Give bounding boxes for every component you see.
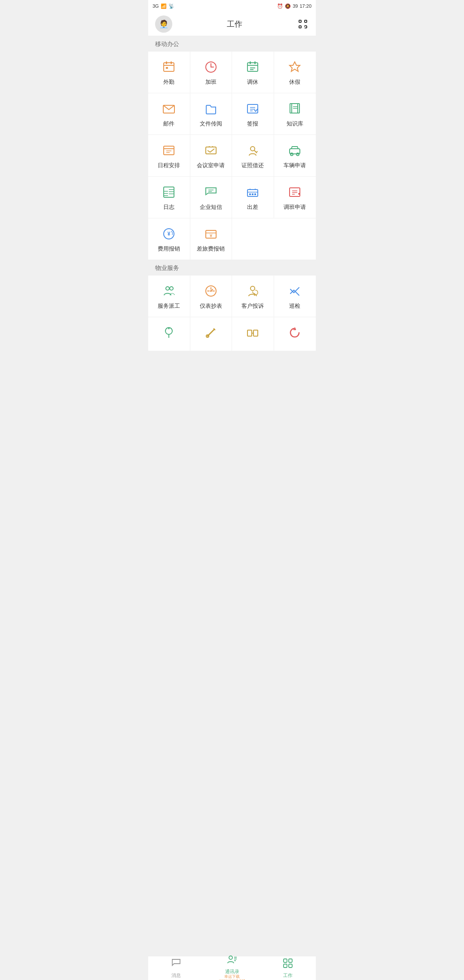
youjian-icon [161, 101, 177, 116]
svg-rect-0 [299, 20, 301, 22]
chuchai-icon [245, 184, 260, 200]
property-grid-row-1: 服务派工 仪表抄表 [148, 276, 316, 317]
svg-rect-35 [206, 147, 216, 154]
property-grid: 服务派工 仪表抄表 [148, 276, 316, 351]
richeng-icon [161, 143, 177, 158]
item-xiujia[interactable]: 休假 [274, 52, 316, 93]
fuwupaigong-label: 服务派工 [158, 302, 180, 310]
svg-point-79 [250, 286, 255, 291]
item-weixiu[interactable] [190, 317, 232, 351]
svg-rect-31 [164, 146, 174, 155]
page-title: 工作 [227, 19, 242, 29]
cheliang-label: 车辆申请 [284, 162, 306, 169]
zhishiku-icon [287, 101, 302, 116]
wenjian-icon [203, 101, 219, 116]
zhishiku-label: 知识库 [287, 120, 303, 128]
svg-rect-11 [166, 67, 168, 69]
alarm-icon: ⏰ [277, 3, 283, 9]
svg-text:¥: ¥ [209, 233, 213, 238]
diaobanshenqing-label: 调班申请 [284, 203, 306, 211]
grid-row-2: 邮件 文件传阅 [148, 93, 316, 135]
item-kehutouyou[interactable]: 客户投诉 [232, 276, 274, 317]
item-youjian[interactable]: 邮件 [148, 93, 190, 135]
weixiu-icon [203, 325, 219, 340]
feiyongbaoxiao-icon: ¥ [161, 226, 177, 242]
zhenzhao-label: 证照借还 [241, 162, 264, 169]
kehutouyou-icon [245, 283, 260, 299]
xiujia-icon [287, 59, 302, 75]
item-shebei[interactable] [232, 317, 274, 351]
time-display: 17:20 [299, 3, 311, 9]
qiyeduanxin-icon [203, 184, 219, 200]
item-feiyongbaoxiao[interactable]: ¥ 费用报销 [148, 218, 190, 260]
svg-rect-57 [249, 193, 251, 195]
property-grid-row-2 [148, 317, 316, 351]
jiaban-label: 加班 [205, 78, 217, 86]
item-fuwupaigong[interactable]: 服务派工 [148, 276, 190, 317]
grid-row-3: 日程安排 会议室申请 [148, 135, 316, 177]
signal-icon: 3G [153, 3, 159, 9]
kehutouyou-label: 客户投诉 [241, 302, 264, 310]
diaoxiu-icon [245, 59, 260, 75]
xunjian-label: 巡检 [289, 302, 300, 310]
chuchai-label: 出差 [247, 203, 258, 211]
item-diaoxiu[interactable]: 调休 [232, 52, 274, 93]
waiqin-label: 外勤 [163, 78, 174, 86]
chalvfeibaoxiao-label: 差旅费报销 [197, 245, 225, 253]
svg-rect-1 [305, 20, 307, 22]
scan-button[interactable] [297, 18, 309, 30]
svg-line-83 [294, 290, 299, 295]
svg-point-38 [250, 147, 255, 151]
item-huiyi[interactable]: 会议室申请 [190, 135, 232, 176]
svg-marker-21 [290, 62, 300, 71]
item-jiaban[interactable]: 加班 [190, 52, 232, 93]
cheliang-icon [287, 143, 302, 158]
jiaban-icon [203, 59, 219, 75]
svg-rect-17 [250, 61, 251, 64]
mobile-office-grid: 外勤 加班 [148, 52, 316, 260]
item-zhishiku[interactable]: 知识库 [274, 93, 316, 135]
qianbao-icon [245, 101, 260, 116]
item-diaobanshenqing[interactable]: 调班申请 [274, 177, 316, 218]
waiqin-icon [161, 59, 177, 75]
svg-text:¥: ¥ [168, 231, 171, 237]
svg-rect-59 [254, 193, 256, 195]
item-qianbao[interactable]: 签报 [232, 93, 274, 135]
silent-icon: 🔕 [285, 3, 291, 9]
avatar[interactable]: 🧑‍💼 [155, 15, 172, 33]
xiujia-label: 休假 [289, 78, 300, 86]
status-right: ⏰ 🔕 39 17:20 [277, 3, 311, 9]
grid-row-5: ¥ 费用报销 ¥ 差旅费报销 [148, 218, 316, 260]
svg-rect-60 [290, 188, 300, 196]
shuaxin-icon [287, 325, 302, 340]
item-qiyeduanxin[interactable]: 企业短信 [190, 177, 232, 218]
item-lvhua[interactable] [148, 317, 190, 351]
item-chuchai[interactable]: 出差 [232, 177, 274, 218]
huiyi-label: 会议室申请 [197, 162, 225, 169]
avatar-emoji: 🧑‍💼 [159, 19, 168, 29]
item-wenjian[interactable]: 文件传阅 [190, 93, 232, 135]
signal-4g-icon: 📶 [161, 3, 167, 9]
item-xunjian[interactable]: 巡检 [274, 276, 316, 317]
grid-row-4: 日志 企业短信 [148, 177, 316, 218]
svg-rect-2 [299, 26, 301, 28]
item-rizhi[interactable]: 日志 [148, 177, 190, 218]
richeng-label: 日程安排 [158, 162, 180, 169]
svg-rect-9 [166, 61, 167, 64]
item-cheliang[interactable]: 车辆申请 [274, 135, 316, 176]
svg-rect-18 [254, 61, 256, 64]
item-yibiaochaobiao[interactable]: 仪表抄表 [190, 276, 232, 317]
item-chalvfeibaoxiao[interactable]: ¥ 差旅费报销 [190, 218, 232, 260]
svg-point-78 [210, 290, 212, 292]
item-richeng[interactable]: 日程安排 [148, 135, 190, 176]
svg-point-72 [170, 287, 173, 290]
item-waiqin[interactable]: 外勤 [148, 52, 190, 93]
chalvfeibaoxiao-icon: ¥ [203, 226, 219, 242]
rizhi-icon [161, 184, 177, 200]
lvhua-icon [161, 325, 177, 340]
item-shuaxin[interactable] [274, 317, 316, 351]
huiyi-icon [203, 143, 219, 158]
svg-rect-10 [171, 61, 172, 64]
wenjian-label: 文件传阅 [200, 120, 222, 128]
item-zhenzhao[interactable]: 证照借还 [232, 135, 274, 176]
